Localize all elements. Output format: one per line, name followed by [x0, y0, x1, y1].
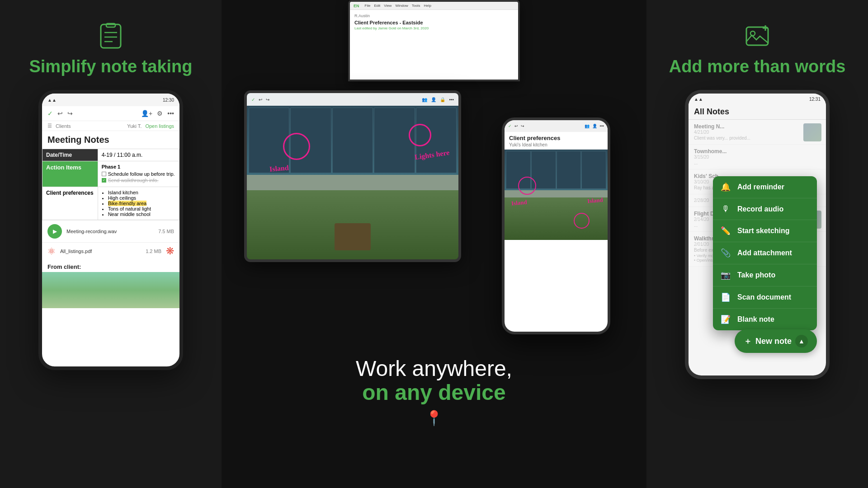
list-item: Bike-friendly area: [108, 201, 175, 206]
phase-label: Phase 1: [102, 164, 175, 169]
table-element: [335, 223, 371, 250]
image-icon: [744, 23, 771, 50]
right-phone-header: All Notes: [689, 104, 826, 120]
desktop-username: R.Austin: [354, 14, 514, 18]
plus-icon: ＋: [744, 336, 752, 347]
list-item: High ceilings: [108, 195, 175, 201]
share-icon[interactable]: 👤+: [141, 110, 152, 117]
cp-annotation-circle-1: [518, 177, 536, 195]
phone-toolbar: ✓ ↩ ↪ 👤+ ⚙ •••: [42, 106, 179, 121]
svg-rect-1: [106, 23, 115, 27]
left-phone-mockup: ▲▲ 12:30 ✓ ↩ ↪ 👤+ ⚙ ••• ☰ Clients Yuki T…: [38, 90, 183, 370]
tablet-mockup: ✓ ↩ ↪ 👥 👤 🔒 •••: [244, 90, 461, 262]
phone-status-bar: ▲▲ 12:30: [42, 94, 179, 106]
cp-annotation-text-1: Island: [511, 199, 527, 207]
phone-content: ✓ ↩ ↪ 👤+ ⚙ ••• ☰ Clients Yuki T. Open li…: [42, 106, 179, 308]
attachment-icon: 📎: [720, 248, 731, 258]
center-phone-note-title: Client preferences: [505, 132, 608, 142]
pdf-icon: ⚛: [47, 246, 56, 257]
note-title: Meeting Notes: [42, 131, 179, 149]
center-phone-note-subtitle: Yuki's Ideal kitchen: [505, 142, 608, 150]
note-taking-icon: [97, 23, 124, 50]
mic-icon: 🎙: [720, 204, 731, 214]
floor-area: [247, 190, 458, 259]
tablet-inner: ✓ ↩ ↪ 👥 👤 🔒 •••: [247, 93, 458, 259]
right-phone-status-bar: ▲▲ 12:31: [689, 94, 826, 104]
cp-annotation-circle-2: [574, 213, 590, 229]
center-phone-mockup: ✓ ↩ ↪ 👥 👤 ••• Client preferences Yuki's …: [502, 117, 610, 334]
dropdown-item-sketch[interactable]: ✏️ Start sketching: [713, 220, 817, 242]
redo-icon[interactable]: ↪: [67, 110, 73, 117]
center-phone-toolbar: ✓ ↩ ↪ 👥 👤 •••: [505, 120, 608, 132]
center-phone-inner: ✓ ↩ ↪ 👥 👤 ••• Client preferences Yuki's …: [505, 120, 608, 332]
more-icon[interactable]: •••: [167, 110, 174, 117]
right-panel: Add more than words ▲▲ 12:31 All Notes M…: [646, 0, 868, 488]
right-phone-mockup: ▲▲ 12:31 All Notes Meeting N... 4/21/20 …: [685, 90, 830, 379]
sketch-icon: ✏️: [720, 226, 731, 236]
camera-icon: 📷: [720, 270, 731, 280]
annotation-text-1: Island: [269, 164, 289, 174]
new-note-label: New note: [755, 337, 792, 346]
audio-attachment-row: ▶ Meeting-recording.wav 7.5 MB: [42, 220, 179, 242]
dropdown-item-attachment[interactable]: 📎 Add attachment: [713, 242, 817, 264]
chevron-up-icon[interactable]: ▲: [795, 335, 808, 347]
check-icon[interactable]: ✓: [47, 110, 53, 117]
play-button[interactable]: ▶: [47, 224, 62, 239]
checkbox-item-2: ✓ Send walkthrough info.: [102, 178, 175, 183]
location-pin-icon: 📍: [356, 409, 512, 427]
pdf-attachment-row: ⚛ All_listings.pdf 1.2 MB ❋: [42, 242, 179, 260]
desktop-note-content: R.Austin Client Preferences - Eastside L…: [350, 10, 518, 34]
list-item: Near middle school: [108, 211, 175, 217]
dropdown-item-scan[interactable]: 📄 Scan document: [713, 286, 817, 309]
center-content: EN File Edit View Window Tools Help R.Au…: [222, 0, 646, 427]
list-item: Tons of natural light: [108, 206, 175, 211]
list-item[interactable]: Meeting N... 4/21/20 Client was very... …: [689, 120, 826, 145]
svg-point-6: [750, 31, 755, 36]
table-row-action-items: Action Items Phase 1 Schedule follow up …: [42, 161, 179, 187]
breadcrumb-icon: ☰: [47, 123, 52, 129]
dropdown-menu[interactable]: 🔔 Add reminder 🎙 Record audio ✏️ Start s…: [713, 176, 817, 330]
client-photo-preview: [42, 272, 179, 308]
checkbox-item-1: Schedule follow up before trip.: [102, 171, 175, 177]
svg-rect-0: [101, 24, 121, 48]
tablet-toolbar: ✓ ↩ ↪ 👥 👤 🔒 •••: [247, 93, 458, 106]
blank-note-icon: 📝: [720, 314, 731, 324]
left-panel: Simplify note taking ▲▲ 12:30 ✓ ↩ ↪ 👤+ ⚙…: [0, 0, 222, 488]
center-text-line2: on any device: [362, 380, 505, 404]
dropdown-item-reminder[interactable]: 🔔 Add reminder: [713, 176, 817, 198]
all-notes-title: All Notes: [694, 107, 821, 117]
table-row-date: Date/Time 4-19 / 11:00 a.m.: [42, 149, 179, 161]
dropdown-item-audio[interactable]: 🎙 Record audio: [713, 198, 817, 220]
note-table: Date/Time 4-19 / 11:00 a.m. Action Items…: [42, 149, 179, 220]
right-panel-title: Add more than words: [669, 57, 846, 76]
dropdown-item-photo[interactable]: 📷 Take photo: [713, 264, 817, 286]
checkbox-unchecked-1[interactable]: [102, 172, 106, 176]
from-client-label: From client:: [42, 260, 179, 272]
settings-icon[interactable]: ⚙: [157, 110, 163, 117]
center-bottom-text: Work anywhere, on any device 📍: [356, 357, 512, 427]
right-panel-header: Add more than words: [669, 0, 846, 76]
checkbox-checked-2[interactable]: ✓: [102, 178, 106, 183]
center-text-line1: Work anywhere,: [356, 357, 512, 381]
kitchen-image-tablet: Island Lights here: [247, 106, 458, 259]
device-stack: ✓ ↩ ↪ 👥 👤 🔒 •••: [222, 86, 646, 348]
annotation-circle-1: [283, 133, 310, 160]
new-note-button[interactable]: ＋ New note ▲: [735, 329, 817, 353]
center-phone-kitchen: Island Island: [505, 150, 608, 240]
right-phone-inner: ▲▲ 12:31 All Notes Meeting N... 4/21/20 …: [689, 94, 826, 375]
table-row-client-pref: Client preferences Island kitchen High c…: [42, 187, 179, 220]
list-item[interactable]: Townhome... 3/15/20 ...: [689, 145, 826, 169]
cp-annotation-text-2: Island: [587, 197, 604, 205]
reminder-icon: 🔔: [720, 182, 731, 192]
list-item: Island kitchen: [108, 190, 175, 195]
desktop-mockup: EN File Edit View Window Tools Help R.Au…: [348, 0, 520, 81]
undo-icon[interactable]: ↩: [57, 110, 63, 117]
desktop-menubar: EN File Edit View Window Tools Help: [350, 2, 518, 10]
left-panel-title: Simplify note taking: [29, 57, 192, 76]
left-panel-header: Simplify note taking: [29, 0, 192, 76]
center-panel: EN File Edit View Window Tools Help R.Au…: [222, 0, 646, 488]
dropdown-item-blank[interactable]: 📝 Blank note: [713, 309, 817, 330]
annotation-circle-2: [409, 124, 431, 146]
counter-area: [247, 175, 458, 190]
acrobat-icon: ❋: [166, 245, 174, 257]
